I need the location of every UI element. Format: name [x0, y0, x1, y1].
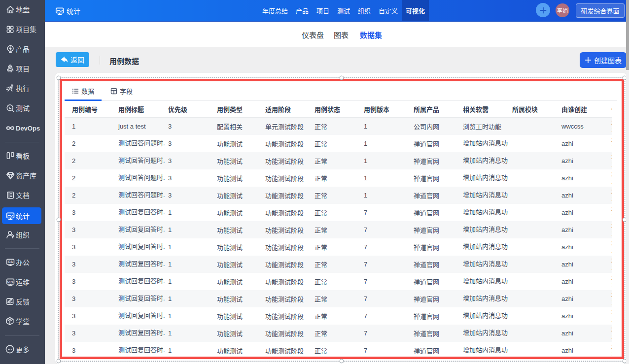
- svg-text:OPS: OPS: [7, 280, 14, 283]
- svg-text:OA: OA: [8, 260, 13, 264]
